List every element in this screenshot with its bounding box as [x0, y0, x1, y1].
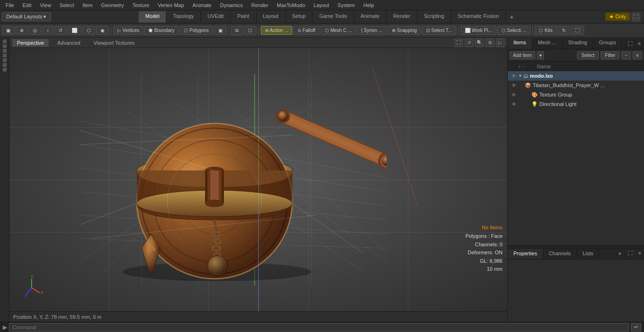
mesh2-btn[interactable]: ⬡ — [244, 26, 256, 35]
select-btn[interactable]: Select — [577, 51, 599, 59]
expand-arrow-modo[interactable]: ▼ — [518, 73, 522, 78]
falloff-btn[interactable]: ⊙ Falloff — [293, 26, 320, 35]
eye-icon-tibetan[interactable]: 👁 — [510, 81, 518, 89]
layout-tab-animate[interactable]: Animate — [354, 11, 387, 23]
panel-tab-items[interactable]: Items — [508, 38, 532, 49]
sidebar-handle-5[interactable] — [3, 58, 7, 62]
viewport[interactable]: Perspective Advanced Viewport Textures ⛶… — [9, 38, 507, 322]
menu-system[interactable]: System — [334, 1, 359, 9]
command-input[interactable] — [9, 323, 629, 332]
menu-layout[interactable]: Layout — [310, 1, 333, 9]
layout-tab-paint[interactable]: Paint — [231, 11, 256, 23]
star-only-btn[interactable]: ★ Only — [605, 13, 630, 21]
eye-icon-modo[interactable]: 👁 — [510, 72, 518, 80]
layout-tab-schematic-fusion[interactable]: Schematic Fusion — [451, 11, 506, 23]
item-directional-light[interactable]: 👁 💡 Directional Light — [508, 99, 644, 109]
item-tibetan[interactable]: 👁 📦 Tibetan_Buddhist_Prayer_W ... — [508, 81, 644, 90]
move-btn[interactable]: ↕ — [42, 26, 53, 35]
props-tab-properties[interactable]: Properties — [508, 249, 543, 259]
viewport-settings-btn[interactable]: ⚙ — [486, 39, 494, 47]
rotate-btn[interactable]: ↺ — [54, 26, 66, 35]
polygons-btn[interactable]: ⬡ Polygons — [180, 26, 213, 35]
panel-tab-groups[interactable]: Groups — [593, 38, 622, 49]
layout-tab-game-tools[interactable]: Game Tools — [313, 11, 354, 23]
sidebar-handle-1[interactable] — [3, 40, 7, 43]
layout-tab-scripting[interactable]: Scripting — [417, 11, 451, 23]
viewport-expand-btn[interactable]: ▷ — [496, 39, 504, 47]
menu-vertex-map[interactable]: Vertex Map — [154, 1, 188, 9]
viewport-tab-perspective[interactable]: Perspective — [12, 39, 49, 47]
items-tab-expand-btn[interactable]: ⛶ — [625, 38, 635, 49]
items-minus-btn[interactable]: − — [621, 51, 631, 59]
menu-dynamics[interactable]: Dynamics — [216, 1, 247, 9]
menu-animate[interactable]: Animate — [189, 1, 215, 9]
menu-view[interactable]: View — [36, 1, 55, 9]
selecti-btn[interactable]: ⬡ Selecti ... — [497, 26, 531, 35]
layout-tab-layout[interactable]: Layout — [256, 11, 286, 23]
layout-tab-topology[interactable]: Topology — [166, 11, 201, 23]
panel-tab-shading[interactable]: Shading — [562, 38, 593, 49]
filter-btn[interactable]: Filter — [601, 51, 619, 59]
props-expand-btn[interactable]: ⛶ — [625, 249, 636, 259]
hex2-btn[interactable]: ⬡ — [83, 26, 95, 35]
symm-btn[interactable]: | Symm ... — [357, 26, 387, 35]
sidebar-handle-7[interactable] — [3, 68, 7, 72]
menu-select[interactable]: Select — [56, 1, 78, 9]
menu-render[interactable]: Render — [248, 1, 272, 9]
globe-btn[interactable]: ⊕ — [16, 26, 28, 35]
boundary-btn[interactable]: ⬟ Boundary — [144, 26, 179, 35]
add-item-dropdown[interactable]: ▾ — [537, 51, 544, 59]
default-layouts-dropdown[interactable]: Default Layouts ▾ — [2, 12, 51, 21]
sidebar-handle-2[interactable] — [3, 44, 7, 48]
menu-geometry[interactable]: Geometry — [97, 1, 127, 9]
add-item-btn[interactable]: Add Item — [510, 51, 535, 59]
dot2-btn[interactable]: ◉ — [96, 26, 109, 35]
viewport-search-btn[interactable]: 🔍 — [475, 39, 484, 47]
work-pl-btn[interactable]: ⬜ Work Pl... — [461, 26, 496, 35]
snapping-btn[interactable]: ⊕ Snapping — [388, 26, 421, 35]
bottom-arrow-icon[interactable]: ▶ — [3, 324, 7, 331]
layout-tab-render[interactable]: Render — [387, 11, 417, 23]
mesh-c-btn[interactable]: ⬡ Mesh C ... — [321, 26, 356, 35]
layout2-btn[interactable]: ⛶ — [571, 26, 584, 35]
select-mode-btn[interactable]: ▣ — [2, 26, 15, 35]
items-cog-btn[interactable]: ≡ — [633, 51, 642, 59]
menu-help[interactable]: Help — [360, 1, 378, 9]
menu-texture[interactable]: Texture — [129, 1, 153, 9]
props-tab-lists[interactable]: Lists — [577, 249, 600, 259]
props-settings-btn[interactable]: ≡ — [636, 249, 644, 259]
eye-icon-texture[interactable]: 👁 — [510, 90, 518, 99]
select-t-btn[interactable]: ⊡ Select T... — [422, 26, 456, 35]
item-texture-group[interactable]: 👁 🎨 Texture Group — [508, 90, 644, 99]
item-modo-lxo[interactable]: 👁 ▼ 🗂 modo.lxo — [508, 71, 644, 81]
kits-btn[interactable]: ⬡ Kits — [535, 26, 556, 35]
menu-file[interactable]: File — [2, 1, 18, 9]
menu-item[interactable]: Item — [79, 1, 96, 9]
props-tab-channels[interactable]: Channels — [543, 249, 577, 259]
viewport-canvas[interactable]: No Items Polygons : Face Channels: 0 Def… — [9, 48, 507, 311]
overlay2-btn[interactable]: ⧉ — [231, 26, 243, 35]
layout-expand-btn[interactable]: ⛶ — [632, 13, 640, 21]
layout-tab-add[interactable]: + — [506, 11, 517, 23]
lasso-btn[interactable]: ◎ — [29, 26, 41, 35]
grid2-btn[interactable]: ▣ — [214, 26, 227, 35]
menu-maxtomodo[interactable]: MaxToModo — [273, 1, 309, 9]
refresh2-btn[interactable]: ↻ — [558, 26, 570, 35]
eye-icon-light[interactable]: 👁 — [510, 100, 518, 108]
menu-edit[interactable]: Edit — [19, 1, 35, 9]
scale-btn[interactable]: ⬜ — [67, 26, 82, 35]
viewport-maximize-btn[interactable]: ⛶ — [454, 39, 463, 47]
sidebar-handle-6[interactable] — [3, 63, 7, 67]
vertices-btn[interactable]: ▷ Vertices — [113, 26, 143, 35]
sidebar-handle-4[interactable] — [3, 54, 7, 57]
panel-tab-mesh[interactable]: Mesh ... — [532, 38, 562, 49]
layout-tab-model[interactable]: Model — [139, 11, 166, 23]
layout-tab-setup[interactable]: Setup — [286, 11, 313, 23]
command-execute-btn[interactable]: ↵ — [631, 323, 641, 332]
viewport-tab-textures[interactable]: Viewport Textures — [89, 39, 139, 47]
props-tab-add-btn[interactable]: + — [614, 249, 625, 259]
action-btn[interactable]: ⊛ Action ... — [261, 26, 292, 35]
sidebar-handle-3[interactable] — [3, 49, 7, 53]
items-tab-settings-btn[interactable]: ≡ — [635, 38, 644, 49]
viewport-reset-btn[interactable]: ↺ — [465, 39, 473, 47]
